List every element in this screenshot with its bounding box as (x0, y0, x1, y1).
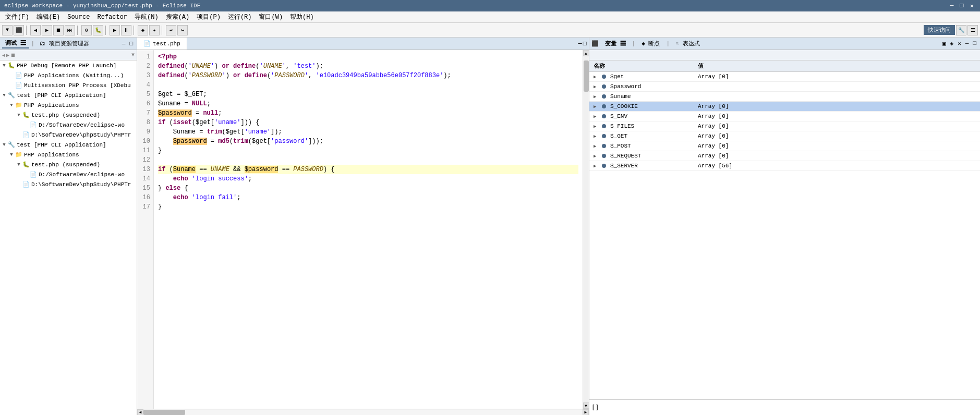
maximize-right-btn[interactable]: □ (971, 40, 978, 47)
debug-tab[interactable]: 调试 ☰ (2, 39, 29, 48)
code-line-10[interactable]: $password = md5(trim($get['password'])); (158, 137, 578, 146)
menu-item-w[interactable]: 窗口(W) (256, 12, 286, 22)
tree-item-test-php-suspended-1[interactable]: ▼🐛test.php (suspended) (0, 110, 137, 120)
tree-item-path-eclipse-wo[interactable]: 📄D:/SoftwareDev/eclipse-wo (0, 120, 137, 130)
horizontal-scrollbar[interactable]: ◀ ▶ (137, 409, 589, 415)
maximize-btn[interactable]: □ (958, 2, 966, 10)
scroll-h-thumb[interactable] (143, 410, 185, 415)
minimize-btn[interactable]: — (948, 2, 955, 10)
code-line-17[interactable]: } (158, 202, 578, 212)
tree-arrow-php-apps-2[interactable]: ▼ (8, 152, 15, 157)
expressions-tab[interactable]: ≈ 表达式 (674, 39, 702, 48)
tree-toolbar-btn-1[interactable]: ◀ (2, 52, 5, 58)
expand-arrow-POST[interactable]: ▶ (594, 143, 600, 149)
maximize-editor-btn[interactable]: □ (583, 40, 587, 47)
menu-item-a[interactable]: 搜索(A) (163, 12, 193, 22)
quick-access-btn[interactable]: 快速访问 (924, 25, 955, 35)
tree-item-path-phpstudy-2[interactable]: 📄D:\SoftwareDev\phpStudy\PHPTr (0, 179, 137, 189)
window-controls[interactable]: — □ ✕ (948, 2, 976, 10)
tree-arrow-test-cli-2[interactable]: ▼ (1, 142, 7, 148)
tree-item-test-php-suspended-2[interactable]: ▼🐛test.php (suspended) (0, 160, 137, 169)
code-body[interactable]: <?phpdefined('UNAME') or define('UNAME',… (154, 50, 583, 409)
expand-arrow-uname[interactable]: ▶ (594, 94, 600, 100)
vars-row-password[interactable]: ▶$password (589, 82, 980, 92)
perspective-btn-2[interactable]: ☰ (967, 25, 978, 35)
code-line-13[interactable]: if ($uname == UNAME && $password == PASS… (158, 165, 578, 174)
tree-item-test-cli-1[interactable]: ▼🔧test [PHP CLI Application] (0, 90, 137, 100)
code-line-12[interactable] (158, 155, 578, 165)
vars-row-GET[interactable]: ▶$_GETArray [0] (589, 131, 980, 141)
right-panel-toolbar-btn-2[interactable]: ◈ (949, 40, 955, 47)
perspective-btn-1[interactable]: 🔧 (956, 25, 966, 35)
project-explorer-tab[interactable]: 🗂 项目资源管理器 (37, 39, 92, 48)
code-line-3[interactable]: defined('PASSWORD') or define('PASSWORD'… (158, 71, 578, 80)
expand-arrow-password[interactable]: ▶ (594, 84, 600, 90)
toolbar-btn-2[interactable]: ⬛ (14, 25, 24, 35)
menu-item-source[interactable]: Source (64, 13, 93, 21)
tree-item-php-debug-root[interactable]: ▼🐛PHP Debug [Remote PHP Launch] (0, 60, 137, 70)
menu-item-h[interactable]: 帮助(H) (287, 12, 317, 22)
toolbar-btn-6[interactable]: ⏭ (65, 25, 75, 35)
tree-item-multisession[interactable]: 📄Multisession PHP Process [XDebu (0, 80, 137, 90)
expand-arrow-FILES[interactable]: ▶ (594, 124, 600, 129)
tree-arrow-php-debug-root[interactable]: ▼ (1, 63, 7, 68)
menu-item-e[interactable]: 编辑(E) (33, 12, 64, 22)
code-line-9[interactable]: $uname = trim($get['uname']); (158, 127, 578, 137)
tree-arrow-php-apps-1[interactable]: ▼ (8, 103, 15, 108)
tree-item-php-apps-waiting[interactable]: 📄PHP Applications (Waiting...) (0, 70, 137, 80)
vars-row-POST[interactable]: ▶$_POSTArray [0] (589, 141, 980, 151)
code-line-8[interactable]: if (isset($get['uname'])) { (158, 118, 578, 127)
vars-row-ENV[interactable]: ▶$_ENVArray [0] (589, 112, 980, 121)
toolbar-btn-11[interactable]: ◆ (138, 25, 148, 35)
close-btn[interactable]: ✕ (968, 2, 976, 10)
minimize-right-btn[interactable]: — (964, 40, 971, 47)
toolbar-btn-7[interactable]: ⚙ (81, 25, 92, 35)
vars-row-FILES[interactable]: ▶$_FILESArray [0] (589, 121, 980, 131)
menu-item-refactor[interactable]: Refactor (94, 13, 130, 21)
toolbar-btn-10[interactable]: ⏸ (121, 25, 131, 35)
toolbar-btn-3[interactable]: ◀ (30, 25, 41, 35)
code-line-15[interactable]: } else { (158, 184, 578, 193)
code-line-4[interactable] (158, 80, 578, 90)
tree-arrow-test-php-suspended-2[interactable]: ▼ (16, 162, 22, 167)
vars-row-uname[interactable]: ▶$uname (589, 92, 980, 102)
tree-arrow-test-php-suspended-1[interactable]: ▼ (16, 113, 22, 118)
code-line-2[interactable]: defined('UNAME') or define('UNAME', 'tes… (158, 62, 578, 71)
tree-arrow-test-cli-1[interactable]: ▼ (1, 93, 7, 98)
code-line-11[interactable]: } (158, 146, 578, 155)
vars-row-SERVER[interactable]: ▶$_SERVERArray [56] (589, 161, 980, 171)
code-line-5[interactable]: $get = $_GET; (158, 90, 578, 99)
scroll-up-btn[interactable]: ▲ (583, 50, 589, 56)
toolbar-btn-13[interactable]: ↩ (166, 25, 176, 35)
toolbar-btn-9[interactable]: ▶ (110, 25, 120, 35)
scroll-track[interactable] (143, 410, 583, 415)
expand-arrow-get[interactable]: ▶ (594, 74, 600, 80)
scroll-thumb[interactable] (584, 60, 589, 92)
code-line-1[interactable]: <?php (158, 52, 578, 62)
variables-tab[interactable]: 变量 ☰ (603, 39, 628, 48)
tree-menu-btn[interactable]: ▼ (131, 52, 135, 58)
expand-arrow-GET[interactable]: ▶ (594, 133, 600, 139)
tree-toolbar-btn-3[interactable]: ⏹ (10, 52, 16, 58)
minimize-panel-btn[interactable]: — (120, 41, 127, 47)
toolbar-btn-12[interactable]: ✦ (149, 25, 160, 35)
toolbar-btn-4[interactable]: ▶ (42, 25, 52, 35)
tree-item-php-apps-1[interactable]: ▼📁PHP Applications (0, 100, 137, 110)
menu-item-p[interactable]: 项目(P) (193, 12, 224, 22)
code-line-6[interactable]: $uname = NULL; (158, 99, 578, 108)
vars-row-get[interactable]: ▶$getArray [0] (589, 72, 980, 82)
breakpoints-tab[interactable]: ◆ 断点 (639, 39, 662, 48)
scroll-left-btn[interactable]: ◀ (137, 409, 143, 416)
tree-item-test-cli-2[interactable]: ▼🔧test [PHP CLI Application] (0, 140, 137, 150)
scroll-right-btn[interactable]: ▶ (583, 409, 589, 416)
vars-row-COOKIE[interactable]: ▶$_COOKIEArray [0] (589, 102, 980, 112)
vertical-scrollbar[interactable]: ▲ ▼ (583, 50, 589, 409)
minimize-editor-btn[interactable]: — (578, 40, 582, 47)
tree-item-path-phpstudy-1[interactable]: 📄D:\SoftwareDev\phpStudy\PHPTr (0, 130, 137, 140)
expand-arrow-COOKIE[interactable]: ▶ (594, 104, 600, 109)
code-line-16[interactable]: echo 'login fail'; (158, 193, 578, 202)
editor-tab-testphp[interactable]: 📄 test.php (137, 38, 187, 50)
maximize-panel-btn[interactable]: □ (128, 41, 135, 47)
expand-arrow-ENV[interactable]: ▶ (594, 114, 600, 119)
menu-item-n[interactable]: 导航(N) (131, 12, 162, 22)
